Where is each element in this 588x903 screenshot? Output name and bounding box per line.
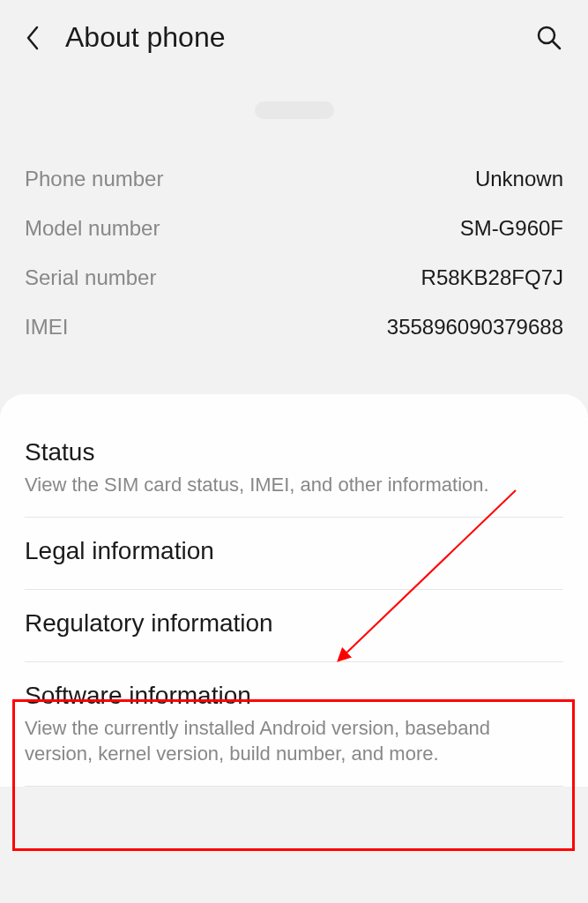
drag-handle [255, 101, 334, 119]
info-row-serial-number: Serial number R58KB28FQ7J [25, 253, 563, 302]
info-label: IMEI [25, 315, 68, 340]
menu-item-subtitle: View the SIM card status, IMEI, and othe… [25, 472, 563, 498]
info-label: Model number [25, 216, 160, 241]
menu-card: Status View the SIM card status, IMEI, a… [0, 394, 588, 787]
menu-item-subtitle: View the currently installed Android ver… [25, 715, 563, 767]
menu-item-title: Software information [25, 682, 563, 710]
info-value: SM-G960F [460, 216, 563, 241]
menu-item-legal[interactable]: Legal information [0, 518, 588, 590]
info-value: Unknown [475, 167, 563, 191]
menu-item-software[interactable]: Software information View the currently … [0, 662, 588, 787]
page-title: About phone [65, 21, 535, 54]
menu-item-title: Regulatory information [25, 609, 563, 638]
info-row-model-number: Model number SM-G960F [25, 204, 563, 253]
back-icon[interactable] [25, 25, 41, 51]
menu-item-status[interactable]: Status View the SIM card status, IMEI, a… [0, 419, 588, 518]
info-row-imei: IMEI 355896090379688 [25, 302, 563, 352]
info-row-phone-number: Phone number Unknown [25, 154, 563, 204]
menu-item-regulatory[interactable]: Regulatory information [0, 590, 588, 662]
search-icon[interactable] [535, 24, 563, 52]
header: About phone [0, 0, 588, 75]
info-value: R58KB28FQ7J [421, 265, 563, 290]
info-label: Serial number [25, 265, 156, 290]
info-value: 355896090379688 [387, 315, 563, 340]
menu-item-title: Legal information [25, 537, 563, 565]
info-list: Phone number Unknown Model number SM-G96… [0, 154, 588, 352]
info-label: Phone number [25, 167, 163, 191]
menu-item-title: Status [25, 438, 563, 466]
